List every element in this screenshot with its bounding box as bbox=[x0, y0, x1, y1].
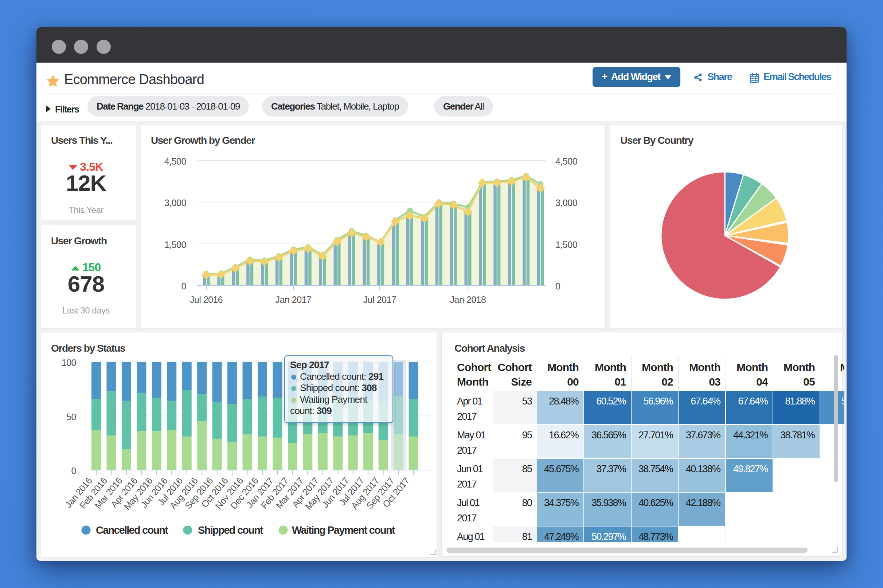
svg-text:1,500: 1,500 bbox=[555, 240, 577, 250]
svg-text:1,500: 1,500 bbox=[164, 240, 186, 250]
svg-text:100: 100 bbox=[62, 357, 76, 368]
svg-text:50: 50 bbox=[66, 412, 76, 422]
svg-text:Jul 2016: Jul 2016 bbox=[190, 294, 223, 305]
svg-text:Jan 2018: Jan 2018 bbox=[450, 294, 486, 305]
svg-text:0: 0 bbox=[182, 281, 186, 291]
svg-text:4,500: 4,500 bbox=[164, 156, 186, 166]
svg-text:Jan 2017: Jan 2017 bbox=[275, 294, 311, 305]
svg-text:0: 0 bbox=[71, 466, 76, 476]
svg-text:4,500: 4,500 bbox=[555, 156, 577, 166]
svg-text:3,000: 3,000 bbox=[555, 198, 577, 208]
svg-text:3,000: 3,000 bbox=[164, 198, 186, 208]
svg-text:Cancelled count: Cancelled count bbox=[96, 524, 168, 536]
svg-text:Jul 2017: Jul 2017 bbox=[363, 294, 397, 305]
svg-text:Shipped count: Shipped count bbox=[198, 524, 263, 536]
svg-text:Waiting Payment count: Waiting Payment count bbox=[292, 524, 396, 536]
svg-text:0: 0 bbox=[555, 281, 560, 291]
